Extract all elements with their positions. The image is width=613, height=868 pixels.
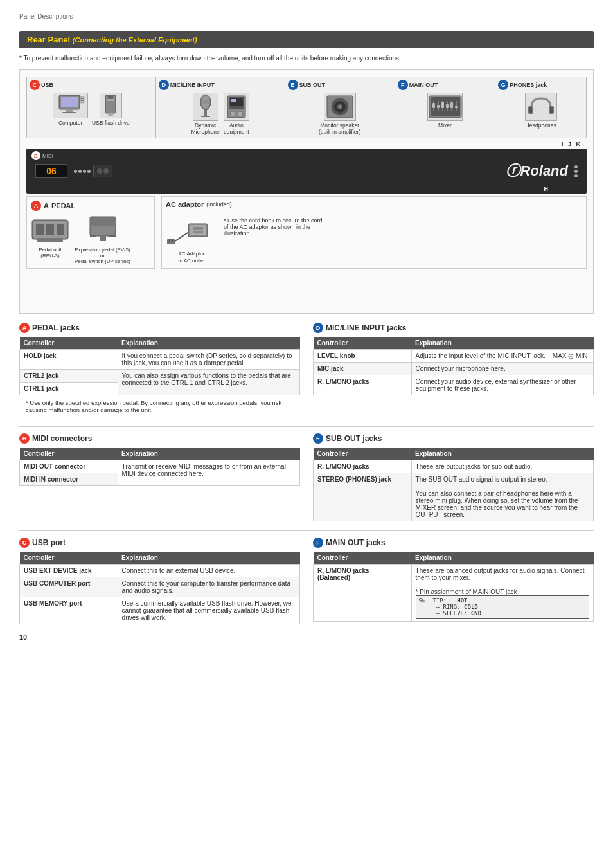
rear-panel-header: Rear Panel (Connecting the External Equi…: [19, 31, 594, 48]
sub-out-table: Controller Explanation R, L/MONO jacks T…: [313, 448, 594, 521]
pedal-content: Pedal unit(RPU-3) Expression pedal (EV-5…: [31, 213, 150, 264]
equip-speaker: Monitor speaker(built-in amplifier): [319, 93, 360, 135]
midi-section: B MIDI connectors Controller Explanation…: [19, 433, 300, 521]
headphones-icon: [525, 93, 557, 121]
pedal-unit-icon: [31, 213, 69, 246]
control-dot: [78, 170, 82, 173]
r-lmono-controller-e: R, L/MONO jacks: [314, 460, 412, 473]
diagram-area: C USB: [19, 69, 594, 314]
midi-out-controller: MIDI OUT connector: [20, 460, 118, 473]
device-display: 06: [35, 164, 67, 178]
main-equipment-items: Mixer: [398, 93, 493, 129]
mic-equipment-items: DynamicMicrophone: [159, 93, 282, 135]
badge-f: F: [398, 80, 408, 90]
pedal-jacks-table: Controller Explanation HOLD jack If you …: [19, 337, 300, 395]
warning-note: * To prevent malfunction and equipment f…: [19, 55, 594, 62]
pedal-unit-label: Pedal unit(RPU-3): [31, 247, 69, 258]
connector-dots-right: [574, 165, 578, 177]
svg-rect-45: [529, 107, 532, 113]
main-out-pin-diagram: S▷— TIP: HOT — RING: COLD — SLEEVE: GND: [416, 595, 589, 619]
sub-out-title: E SUB OUT jacks: [313, 433, 594, 444]
label-mic: MIC/LINE INPUT: [170, 82, 215, 88]
svg-point-21: [238, 111, 243, 116]
badge-e: E: [288, 80, 298, 90]
usb-computer-explanation: Connect this to your computer to transfe…: [118, 577, 299, 597]
col-header-explanation-d: Explanation: [411, 337, 593, 350]
svg-rect-42: [455, 106, 458, 108]
bottom-section-row: A A PEDAL P: [26, 196, 587, 269]
pedal-area: A A PEDAL P: [26, 196, 155, 269]
midi-ports: [93, 165, 112, 177]
midi-table: Controller Explanation MIDI OUT connecto…: [19, 448, 300, 486]
mic-input-section: D MIC/LINE INPUT jacks Controller Explan…: [313, 323, 594, 417]
svg-rect-37: [432, 103, 435, 108]
col-header-explanation: Explanation: [118, 337, 299, 350]
section-sub-out: E SUB OUT: [285, 77, 395, 138]
svg-rect-40: [446, 104, 449, 108]
ac-sub: (included): [206, 201, 232, 208]
usb-equipment-items: Computer USB flash drive: [30, 93, 153, 126]
r-lmono-explanation-e: These are output jacks for sub-out audio…: [411, 460, 593, 473]
audio-equipment-label: Audioequipment: [224, 122, 249, 135]
table-row: USB EXT DEVICE jack Connect this to an e…: [20, 565, 300, 577]
headphones-label: Headphones: [526, 122, 556, 129]
col-header-controller-f: Controller: [314, 552, 412, 565]
usb-ext-explanation: Connect this to an external USB device.: [118, 565, 299, 577]
connector-dot: [574, 174, 578, 177]
ac-header: AC adaptor (included): [166, 201, 582, 208]
svg-rect-10: [108, 113, 113, 116]
col-header-controller-e: Controller: [314, 448, 412, 460]
midi-connectors-title: B MIDI connectors: [19, 433, 300, 444]
table-row: USB MEMORY port Use a commercially avail…: [20, 597, 300, 624]
section-tag-main: F MAIN OUT: [398, 80, 493, 90]
h-label: H: [544, 186, 549, 192]
midi-small-label: MIDI: [42, 153, 53, 159]
label-usb: USB: [41, 82, 53, 88]
usb-flash-icon: [100, 93, 122, 118]
usb-memory-explanation: Use a commercially available USB flash d…: [118, 597, 299, 624]
mic-input-table: Controller Explanation LEVEL knob Adjust…: [313, 337, 594, 395]
pedal-unit-group: Pedal unit(RPU-3): [31, 213, 69, 258]
label-main: MAIN OUT: [409, 82, 438, 88]
pedal-label: PEDAL: [51, 202, 75, 210]
rear-panel-title: Rear Panel: [27, 35, 70, 44]
svg-rect-39: [441, 102, 444, 108]
ac-content: AC Adaptor to AC outlet * Use the cord h…: [166, 211, 582, 264]
pedal-header: A A PEDAL: [31, 201, 150, 211]
usb-port-title: C USB port: [19, 538, 300, 548]
svg-rect-52: [37, 238, 63, 242]
ac-outlet-label: to AC outlet: [166, 258, 217, 264]
device-controls: [74, 165, 499, 177]
hold-jack-explanation: If you connect a pedal switch (DP series…: [118, 350, 299, 370]
sub-equipment-items: Monitor speaker(built-in amplifier): [288, 93, 392, 135]
computer-label: Computer: [58, 120, 82, 126]
svg-rect-6: [81, 100, 84, 101]
svg-rect-61: [193, 227, 203, 230]
stereo-phones-controller: STEREO (PHONES) jack: [314, 473, 412, 521]
main-device-body: B MIDI 06 ⓡRoland: [26, 149, 587, 194]
svg-point-20: [230, 111, 235, 116]
svg-rect-63: [167, 239, 175, 244]
expression-pedal-group: Expression pedal (EV-5)orPedal switch (D…: [75, 213, 130, 264]
tables-row-1: A PEDAL jacks Controller Explanation HOL…: [19, 323, 594, 417]
label-phones: PHONES jack: [510, 82, 547, 88]
ac-adaptor-group: AC Adaptor to AC outlet: [166, 211, 217, 264]
table-row: MIDI OUT connector Transmit or receive M…: [20, 460, 300, 473]
microphone-label: DynamicMicrophone: [191, 122, 219, 135]
usb-port-label: USB port: [32, 538, 66, 547]
midi-label-area: B MIDI: [31, 151, 53, 160]
ac-area: AC adaptor (included): [161, 196, 587, 269]
roland-logo: ⓡRoland: [506, 161, 568, 181]
table-row: MIC jack Connect your microphone here.: [314, 363, 594, 375]
ac-equipment-label: AC Adaptor: [166, 251, 217, 257]
label-k: K: [576, 141, 581, 147]
usb-memory-controller: USB MEMORY port: [20, 597, 118, 624]
badge-b-small: B: [31, 151, 40, 160]
svg-rect-62: [193, 231, 203, 233]
connector-dot: [574, 170, 578, 173]
label-j: J: [568, 141, 571, 147]
usb-ext-controller: USB EXT DEVICE jack: [20, 565, 118, 577]
ctrl1-controller: CTRL1 jack: [20, 383, 118, 395]
mic-jack-explanation: Connect your microphone here.: [411, 363, 593, 375]
svg-rect-23: [231, 99, 236, 102]
